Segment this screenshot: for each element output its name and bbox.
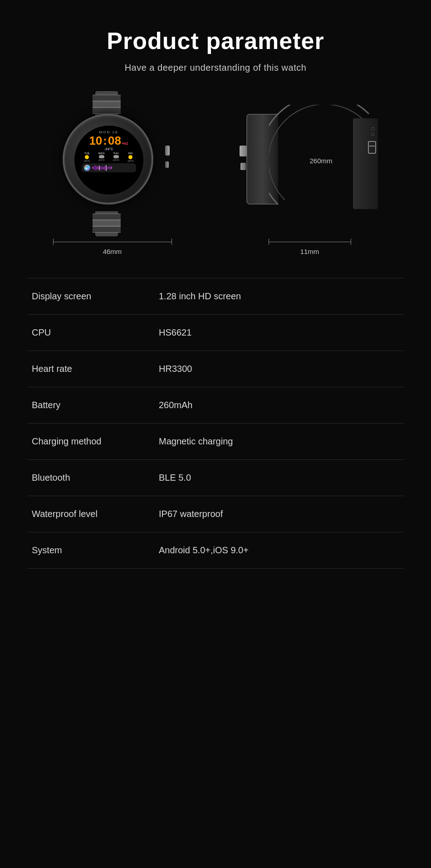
side-crown [240,146,247,156]
spec-label: Waterproof level [32,509,159,519]
side-strap-end [353,118,378,209]
watch-case: MON 18 10 : 08 ♥62 -24°C TUE [63,114,153,205]
spec-row: Waterproof levelIP67 waterproof [27,496,404,532]
spec-row: Charging methodMagnetic charging [27,423,404,459]
watch-crown [165,146,170,156]
page-container: Product parameter Have a deeper understa… [0,0,431,610]
spec-row: SystemAndroid 5.0+,iOS 9.0+ [27,532,404,569]
spec-row: Battery260mAh [27,387,404,423]
watch-button [165,161,169,168]
spec-label: System [32,545,159,556]
specs-table: Display screen1.28 inch HD screenCPUHS66… [27,278,404,569]
watch-front-view: MON 18 10 : 08 ♥62 -24°C TUE [44,91,181,255]
watch-images-section: MON 18 10 : 08 ♥62 -24°C TUE [0,91,431,255]
watch-screen: MON 18 10 : 08 ♥62 -24°C TUE [74,126,143,195]
spec-label: Display screen [32,291,159,302]
spec-value: Magnetic charging [159,436,233,447]
spec-value: IP67 waterproof [159,509,223,519]
watch-front-image: MON 18 10 : 08 ♥62 -24°C TUE [44,91,181,236]
header-section: Product parameter Have a deeper understa… [0,18,431,87]
spec-value: HS6621 [159,327,191,338]
spec-label: Charging method [32,436,159,447]
strap-segment-2 [93,101,121,107]
spec-value: 1.28 inch HD screen [159,291,241,302]
watch-side-view: 260mm 11mm [233,91,387,255]
side-dim-label: 11mm [300,248,319,255]
spec-row: CPUHS6621 [27,314,404,351]
spec-label: CPU [32,327,159,338]
strap-segment-5 [93,220,121,226]
spec-label: Bluetooth [32,473,159,483]
music-player: ▶ [82,163,136,172]
spec-row: BluetoothBLE 5.0 [27,459,404,496]
strap-segment-3 [93,107,121,114]
watch-temp: -24°C [104,147,113,151]
spec-value: HR3300 [159,364,192,374]
spec-row: Heart rateHR3300 [27,351,404,387]
strap-segment-6 [93,214,121,220]
spec-value: BLE 5.0 [159,473,191,483]
music-waveform [92,165,112,171]
watch-side-image: 260mm [233,91,387,236]
side-button [240,163,246,170]
watch-time: 10 : 08 ♥62 [89,135,128,146]
spec-label: Battery [32,400,159,410]
spec-value: 260mAh [159,400,193,410]
page-title: Product parameter [18,27,413,54]
strap-segment-1 [93,95,121,101]
watch-weather-row: TUE -20°C WED -24°C THU [80,152,137,162]
specs-section: Display screen1.28 inch HD screenCPUHS66… [0,264,431,582]
front-dim-label: 46mm [103,248,122,255]
strap-segment-4 [93,226,121,233]
side-dim-width-label: 260mm [310,157,333,165]
spec-row: Display screen1.28 inch HD screen [27,278,404,314]
spec-value: Android 5.0+,iOS 9.0+ [159,545,249,556]
front-dimension: 46mm [53,239,172,255]
side-dimension: 11mm [269,239,351,255]
spec-label: Heart rate [32,364,159,374]
page-subtitle: Have a deeper understanding of this watc… [18,63,413,73]
